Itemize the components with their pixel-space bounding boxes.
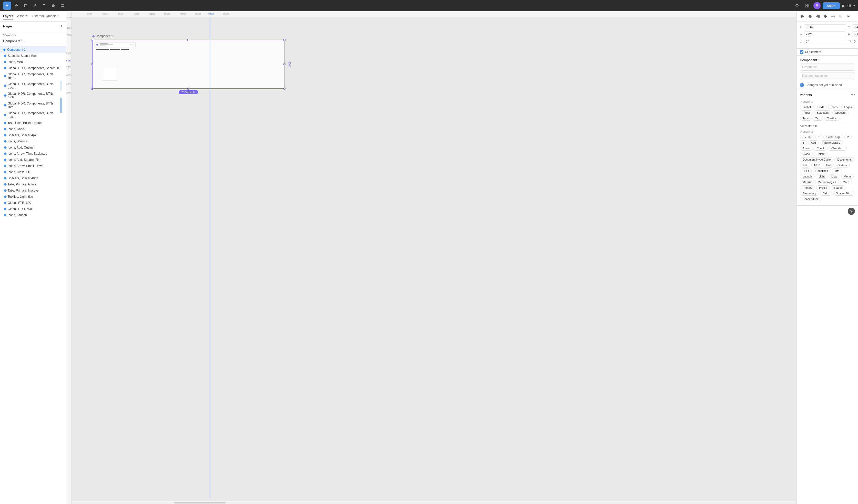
tag-5[interactable]: 5 — [800, 140, 807, 145]
layer-spacer-4px[interactable]: Spacers, Spacer 4px — [0, 132, 66, 138]
zoom-level[interactable]: 4% — [847, 4, 851, 7]
align-bottom[interactable] — [837, 13, 844, 20]
layer-icons-arrow-small[interactable]: Icons, Arrow, Small, Down — [0, 163, 66, 169]
coord-w-input[interactable] — [804, 32, 846, 37]
tag-arrow[interactable]: Arrow — [800, 146, 813, 150]
layer-hdr-btns-trac2[interactable]: Global, HDR, Components, BTNs, trac... — [0, 110, 66, 120]
add-page-button[interactable]: + — [60, 23, 63, 29]
tag-info[interactable]: Info — [832, 168, 842, 173]
tag-launch[interactable]: Launch — [800, 174, 815, 179]
tag-gartner[interactable]: Gartner — [835, 163, 850, 167]
tag-methodologies[interactable]: Methodologies — [815, 180, 839, 184]
tag-global[interactable]: Global — [800, 105, 814, 109]
tag-secondary[interactable]: Secondary — [800, 191, 819, 196]
tag-add[interactable]: Add — [808, 140, 819, 145]
tag-edit[interactable]: Edit — [800, 163, 810, 167]
align-left[interactable] — [799, 13, 806, 20]
tag-tooltips[interactable]: Tooltips — [824, 116, 839, 120]
theme-toggle[interactable] — [793, 2, 801, 10]
grid-toggle[interactable] — [803, 2, 811, 10]
handle-bottom-mid[interactable] — [187, 87, 189, 90]
coord-rotation-input[interactable] — [804, 39, 846, 44]
tag-primary[interactable]: Primary — [800, 185, 815, 190]
layer-icons-close-fill[interactable]: Icons, Close, Fill — [0, 169, 66, 175]
layer-hdr-btns-trac1[interactable]: Global, HDR, Components, BTNs, trac... — [0, 81, 66, 91]
align-right[interactable] — [814, 13, 821, 20]
handle-bottom-left[interactable] — [91, 87, 93, 90]
tag-spacers[interactable]: Spacers — [832, 110, 848, 115]
tag-0flat[interactable]: 0 - Flat — [800, 135, 814, 139]
comment-tool[interactable] — [59, 2, 67, 10]
layer-hdr-btns-libra1[interactable]: Global, HDR, Components, BTNs, libra... — [0, 71, 66, 81]
tag-headlines[interactable]: Headlines — [813, 168, 831, 173]
description-field[interactable]: Description — [800, 64, 855, 71]
shape-tool[interactable] — [21, 2, 30, 10]
tag-logos[interactable]: Logos — [841, 105, 855, 109]
layer-component1[interactable]: ◆ Component 1 — [0, 46, 66, 53]
help-button[interactable]: ? — [848, 208, 855, 215]
layer-spacers-48px[interactable]: Spacers, Spacer 48px — [0, 175, 66, 181]
tag-documents[interactable]: Documents — [835, 157, 854, 162]
layer-icons-launch[interactable]: Icons, Launch — [0, 212, 66, 218]
tag-close[interactable]: Close — [800, 152, 813, 156]
horizontal-scrollbar[interactable] — [72, 501, 796, 504]
layer-global-ftr[interactable]: Global, FTR, 600 — [0, 200, 66, 206]
tag-spacer40px[interactable]: Spacer 40px — [833, 191, 855, 196]
layer-icons-warning[interactable]: Icons, Warning — [0, 138, 66, 144]
tag-file[interactable]: File — [823, 163, 833, 167]
tag-profile[interactable]: Profile — [816, 185, 830, 190]
tag-spacer48px[interactable]: Spacer 48px — [800, 197, 821, 201]
tab-assets[interactable]: Assets• — [17, 13, 29, 19]
tag-delete[interactable]: Delete — [814, 152, 827, 156]
doc-link-field[interactable]: Documentation link — [800, 72, 855, 79]
handle-top-right[interactable] — [283, 39, 285, 41]
tag-1[interactable]: 1 — [815, 135, 822, 139]
tag-selectors[interactable]: Selectors — [814, 110, 831, 115]
layer-tabs-primary-active[interactable]: Tabs, Primary, Active — [0, 181, 66, 188]
handle-top-left[interactable] — [91, 39, 93, 41]
move-tool[interactable] — [3, 2, 11, 10]
text-tool[interactable]: T — [40, 2, 48, 10]
layer-global-hdr[interactable]: Global, HDR, 600 — [0, 206, 66, 212]
tab-external-symbols[interactable]: External Symbols ▾ — [33, 13, 59, 19]
align-center-h[interactable] — [807, 13, 814, 20]
handle-mid-left[interactable] — [91, 63, 93, 65]
coord-y-input[interactable] — [852, 24, 858, 30]
tag-lists[interactable]: Lists — [828, 174, 840, 179]
tag-add-to-library[interactable]: Add to Library — [820, 140, 843, 145]
tag-light[interactable]: Light — [816, 174, 827, 179]
tag-ftr[interactable]: FTR — [811, 163, 822, 167]
canvas-area[interactable]: 0 2500 5000 7500 10000 12500 15000 17500… — [66, 11, 796, 504]
layer-spacer-base[interactable]: Spacers, Spacer Base — [0, 53, 66, 59]
scrollbar-thumb[interactable] — [174, 502, 225, 503]
tag-more[interactable]: More — [840, 180, 852, 184]
tag-hdr[interactable]: HDR — [800, 168, 812, 173]
layer-icons-check[interactable]: Icons, Check — [0, 126, 66, 132]
tag-document-hype[interactable]: Document Hype Cycle — [800, 157, 833, 162]
coord-corner-input[interactable] — [852, 39, 858, 44]
layer-tabs-primary-inactive[interactable]: Tabs, Primary, Inactive — [0, 188, 66, 194]
tag-text[interactable]: Text — [812, 116, 823, 120]
page-component1[interactable]: Component 1 — [3, 38, 63, 44]
frame-tool[interactable] — [12, 2, 20, 10]
canvas-content[interactable]: ◆ Component 1 — [72, 17, 796, 499]
clip-content-checkbox[interactable] — [800, 50, 804, 54]
layer-hdr-search[interactable]: Global, HDR, Components, Search, 01 — [0, 65, 66, 71]
tag-checkbox[interactable]: Checkbox — [828, 146, 847, 150]
user-avatar[interactable]: M — [813, 2, 821, 9]
zoom-dropdown[interactable]: ▾ — [853, 4, 855, 7]
layer-icons-add-square[interactable]: Icons, Add, Square, Fill — [0, 157, 66, 163]
hand-tool[interactable] — [49, 2, 58, 10]
tag-icons[interactable]: Icons — [828, 105, 840, 109]
coord-h-input[interactable] — [852, 32, 858, 37]
tag-paper[interactable]: Paper — [800, 110, 813, 115]
layer-tooltips-light[interactable]: Tooltips, Light, title — [0, 194, 66, 200]
align-top[interactable] — [822, 13, 829, 20]
align-middle-v[interactable] — [829, 13, 837, 20]
tag-menus[interactable]: Menus — [800, 180, 814, 184]
coord-x-input[interactable] — [804, 24, 846, 30]
tag-1280large[interactable]: 1280 Large — [823, 135, 843, 139]
variants-more-button[interactable]: ••• — [851, 93, 855, 97]
frame-container[interactable]: 5560 73 Variants — [92, 40, 284, 88]
handle-top-mid[interactable] — [187, 39, 189, 41]
